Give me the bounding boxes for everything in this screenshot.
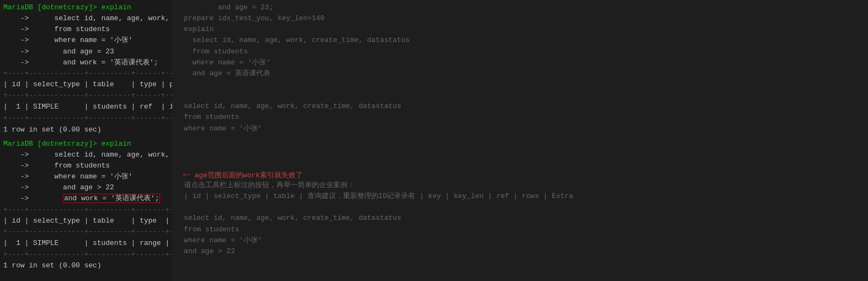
right-line-10: select id, name, age, work, create_time,… [172, 101, 868, 112]
right-line-7: and age = 英语课代表 [172, 68, 868, 79]
right-line-9 [172, 90, 868, 101]
table-divider-4: +----+-------------+----------+-------+-… [0, 205, 172, 216]
sql-line-9: -> and age > 22 [0, 182, 172, 193]
row-count-2: 1 row in set (0.00 sec) [0, 260, 172, 271]
right-line-6: where name = '小张' [172, 57, 868, 68]
right-line-13: 请点击工具栏上标注的按钮，再举一简单的企业案例： [172, 180, 868, 191]
sql-line-2: -> from students [0, 24, 172, 35]
right-line-1: and age = 23; [172, 2, 868, 13]
terminal-window: MariaDB [dotnetcrazy]> explain -> select… [0, 0, 868, 281]
sql-line-5: -> and work = '英语课代表'; [0, 57, 172, 68]
right-line-16: select id, name, age, work, create_time,… [172, 213, 868, 224]
prompt-line-2: MariaDB [dotnetcrazy]> explain [0, 139, 172, 150]
table-divider-3: +----+-------------+----------+------+--… [0, 113, 172, 124]
right-panel: and age = 23; prepare idx_test_you, key_… [172, 0, 868, 281]
right-line-15 [172, 202, 868, 213]
table-divider-6: +----+-------------+----------+-------+-… [0, 249, 172, 260]
right-line-18: where name = '小张' [172, 235, 868, 246]
sql-line-1: -> select id, name, age, work, create_ti… [0, 13, 172, 24]
highlight-work-line: and work = '英语课代表'; [63, 194, 160, 203]
right-line-3: explain [172, 24, 868, 35]
right-line-5: from students [172, 46, 868, 57]
right-line-14: | id | select_type | table | 查询建议，重新整理的I… [172, 191, 868, 202]
sql-line-4: -> and age = 23 [0, 46, 172, 57]
table-divider-5: +----+-------------+----------+-------+-… [0, 226, 172, 237]
table-header-1: | id | select_type | table | type | poss… [0, 79, 172, 90]
prompt-line-1: MariaDB [dotnetcrazy]> explain [0, 2, 172, 13]
right-line-19: and age > 22 [172, 246, 868, 257]
table-data-1: | 1 | SIMPLE | students | ref | ix_stude… [0, 101, 172, 113]
right-line-8 [172, 79, 868, 90]
right-line-2: prepare idx_test_you, key_len=140 [172, 13, 868, 24]
sql-line-8: -> where name = '小张' [0, 171, 172, 182]
right-lower: 请点击工具栏上标注的按钮，再举一简单的企业案例： | id | select_t… [172, 180, 868, 257]
table-header-2: | id | select_type | table | type | poss… [0, 216, 172, 226]
annotation-label: age范围后面的work索引就失效了 [194, 170, 303, 180]
sql-line-6: -> select id, name, age, work, create_ti… [0, 150, 172, 160]
right-line-12: where name = '小张' [172, 123, 868, 134]
table-divider-2: +----+-------------+----------+------+--… [0, 90, 172, 101]
right-line-17: from students [172, 224, 868, 235]
table-data-2: | 1 | SIMPLE | students | range | ix_stu… [0, 237, 172, 249]
sql-line-7: -> from students [0, 160, 172, 171]
right-line-4: select id, name, age, work, create_time,… [172, 35, 868, 46]
sql-line-10-highlight: -> and work = '英语课代表'; [0, 193, 172, 204]
left-panel: MariaDB [dotnetcrazy]> explain -> select… [0, 0, 172, 281]
right-line-11: from students [172, 112, 868, 123]
table-divider-1: +----+-------------+----------+------+--… [0, 68, 172, 79]
sql-line-3: -> where name = '小张' [0, 35, 172, 46]
row-count-1: 1 row in set (0.00 sec) [0, 124, 172, 135]
